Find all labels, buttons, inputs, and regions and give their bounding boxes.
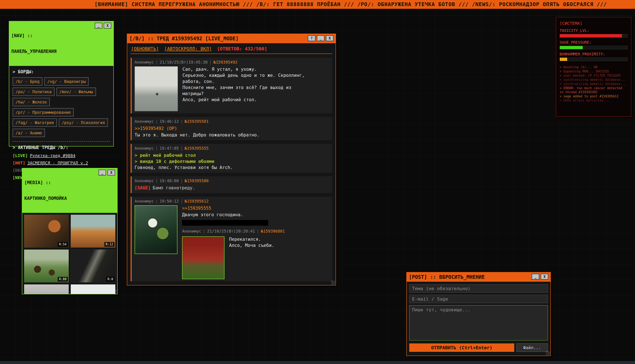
board-button-psy[interactable]: /psy/ - Психология — [59, 118, 108, 127]
spoiler-bar[interactable] — [182, 220, 268, 226]
resize-handle[interactable] — [546, 351, 550, 355]
media-window-subtitle: КАРТИНКО_ПОМОЙКА — [24, 196, 67, 201]
post-number[interactable]: №159395555 — [184, 146, 208, 150]
board-button-mov[interactable]: /mov/ - Фильмы — [56, 88, 96, 96]
greentext-line: > винда 10 с дефолтными обоями — [134, 158, 329, 164]
media-thumbnail[interactable]: R:12 — [70, 214, 116, 248]
minimize-button[interactable]: _ — [317, 35, 324, 41]
submit-button[interactable]: ОТПРАВИТЬ (Ctrl+Enter) — [409, 344, 514, 352]
board-button-pr[interactable]: /pr/ - Программирование — [12, 108, 74, 116]
reply-count-badge: R:54 — [58, 242, 68, 247]
help-button[interactable]: ? — [308, 35, 316, 41]
log-line-error: > ERROR: too much cancer detected in thr… — [560, 86, 628, 94]
close-button[interactable]: X — [326, 35, 334, 41]
media-titlebar[interactable]: [MEDIA] :: КАРТИНКО_ПОМОЙКА _ X — [22, 168, 117, 213]
post-author: Анонимус — [134, 119, 154, 124]
thread-list-item: [LIVE] Рулетка-тред #9884 — [12, 153, 110, 158]
thread-status-tag: [HOT] — [12, 160, 25, 166]
banhammer-meter — [560, 58, 628, 61]
system-panel-title: [СИСТЕМА] — [560, 21, 628, 26]
board-button-po[interactable]: /po/ - Политика — [12, 88, 54, 96]
minimize-button[interactable]: _ — [95, 23, 102, 28]
close-button[interactable]: X — [104, 23, 111, 28]
post-author: Анонимус — [134, 199, 154, 204]
board-button-list: /b/ - Бред /vg/ - Видеоигры /po/ - Полит… — [12, 77, 110, 137]
media-thumbnail[interactable]: R:0 — [70, 250, 116, 282]
post-number[interactable]: №159395580 — [184, 178, 208, 183]
banhammer-label: BANHAMMER_PROXIMITY: — [560, 52, 628, 56]
toxicity-label: TOXICITY_LVL: — [560, 28, 628, 33]
media-thumbnail[interactable]: R:54 — [24, 214, 69, 248]
email-sage-input[interactable] — [409, 295, 548, 303]
reply-quote-link[interactable]: >>159395555 — [182, 205, 211, 212]
post-timestamp: 19:47:05 — [160, 146, 179, 150]
boards-header: > БОРДЫ: — [12, 69, 110, 74]
attach-file-button[interactable]: Файл... — [516, 344, 548, 352]
system-log: > mounting /b/... OK > bypassing RKN... … — [560, 65, 628, 103]
post-timestamp: 19:48:00 — [160, 178, 179, 183]
window-controls: ? _ X — [308, 35, 334, 41]
post-number[interactable]: №159395492 — [213, 60, 237, 64]
media-thumbnail[interactable]: R:99+ — [24, 284, 69, 294]
board-button-vg[interactable]: /vg/ - Видеоигры — [44, 77, 88, 86]
media-thumbnail[interactable]: R:88 — [24, 250, 69, 282]
board-button-a[interactable]: /a/ - Аниме — [12, 129, 45, 137]
thread-window: [/B/] :: ТРЕД #159395492 [LIVE_MODE] ? _… — [127, 34, 336, 286]
post-author: Анонимус — [182, 229, 202, 234]
post: Анонимус|19:47:05|№159395555 > рейт мой … — [130, 144, 332, 173]
board-button-b[interactable]: /b/ - Бред — [12, 77, 42, 86]
log-line: > mounting /b/... OK — [560, 65, 628, 69]
post-sage: Анонимус|19:48:00|№159395580 [SAGE]Бамп … — [130, 176, 332, 193]
thread-status-tag: [LIVE] — [12, 153, 28, 158]
thread-link[interactable]: Рулетка-тред #9884 — [30, 153, 76, 158]
nav-body: > БОРДЫ: /b/ - Бред /vg/ - Видеоигры /po… — [9, 66, 114, 178]
post-form-title: [POST] :: ВБРОСИТЬ_МНЕНИЕ — [409, 274, 485, 280]
minimize-button[interactable]: _ — [532, 274, 539, 280]
post-header: Анонимус|19:50:12|№159395612 — [134, 199, 329, 204]
post-text: >>159395555 Двачую этого господина. Анон… — [182, 205, 285, 279]
log-line: > synchronizing memetic database... — [560, 82, 628, 86]
post-header: Анонимус|21/10/25(Вт)20:20:41|№159396801 — [182, 228, 285, 234]
thread-controls: [ОБНОВИТЬ] [АВТОСКРОЛЛ: ВКЛ] [ОТВЕТОВ: 4… — [127, 43, 336, 54]
thread-titlebar[interactable]: [/B/] :: ТРЕД #159395492 [LIVE_MODE] ? _… — [127, 34, 336, 43]
media-thumbnail[interactable]: SAGE — [70, 284, 116, 294]
message-textarea[interactable] — [409, 305, 548, 340]
post-list: Анонимус|21/10/25(Вт)19:45:30|№159395492… — [127, 55, 336, 286]
post-author: Анонимус — [134, 60, 154, 64]
taskbar-edge — [0, 361, 635, 364]
window-controls: _ X — [98, 170, 115, 176]
post-form-titlebar[interactable]: [POST] :: ВБРОСИТЬ_МНЕНИЕ _ X — [407, 272, 550, 282]
separator — [12, 141, 110, 142]
board-button-hw[interactable]: /hw/ - Железо — [12, 98, 50, 106]
nav-window: [NAV] :: ПАНЕЛЬ_УПРАВЛЕНИЯ _ X > БОРДЫ: … — [9, 21, 114, 146]
log-line: > sage added to post #159395612 — [560, 94, 628, 98]
post-number[interactable]: №159395501 — [184, 119, 208, 124]
reply-quote-link[interactable]: >>159395492 (ОР) — [134, 126, 177, 132]
close-button[interactable]: X — [541, 274, 548, 280]
thread-link[interactable]: ЗАСМЕЯЛСЯ - ПРОИГРАЛ v.2 — [27, 160, 88, 166]
subject-input[interactable] — [409, 284, 548, 293]
nav-titlebar[interactable]: [NAV] :: ПАНЕЛЬ_УПРАВЛЕНИЯ _ X — [9, 22, 114, 66]
post-number[interactable]: №159396801 — [261, 229, 285, 234]
post-number[interactable]: №159395612 — [184, 199, 208, 204]
divider — [130, 54, 332, 54]
post-text: [SAGE]Бамп говнотреду. — [134, 185, 329, 191]
resize-handle[interactable] — [331, 280, 335, 285]
autoscroll-toggle[interactable]: [АВТОСКРОЛЛ: ВКЛ] — [164, 46, 212, 52]
post-timestamp: 19:50:12 — [160, 199, 179, 204]
post-image[interactable] — [134, 66, 178, 111]
sage-pressure-label: SAGE_PRESSURE: — [560, 40, 628, 44]
log-line: > synchronizing memetic database... — [560, 78, 628, 82]
post-text: >>159395492 (ОР) Ты это я. Выхода нет. Д… — [134, 126, 329, 138]
alert-marquee: [ВНИМАНИЕ] СИСТЕМА ПЕРЕГРУЖЕНА АНОНИМНОС… — [0, 0, 635, 9]
board-button-fag[interactable]: /fag/ - Фаготрия — [12, 118, 57, 127]
toxicity-meter — [560, 34, 628, 38]
post-image[interactable] — [134, 205, 178, 254]
resize-handle[interactable] — [112, 289, 117, 294]
post: Анонимус|19:50:12|№159395612 >>159395555… — [130, 197, 332, 281]
post-image[interactable] — [182, 236, 224, 279]
greentext-line: > рейт мой рабочий стол — [134, 152, 329, 158]
refresh-link[interactable]: [ОБНОВИТЬ] — [131, 46, 159, 52]
minimize-button[interactable]: _ — [98, 170, 106, 176]
close-button[interactable]: X — [108, 170, 115, 176]
